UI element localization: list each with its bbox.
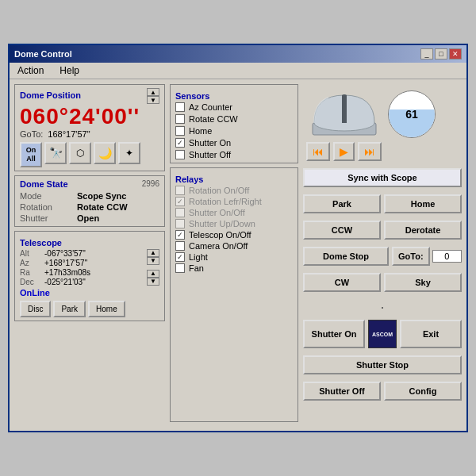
goto-input-field[interactable] <box>432 250 462 263</box>
park-home-row: Park Home <box>303 194 462 213</box>
cw-button[interactable]: CW <box>303 273 381 292</box>
tele-up2-arrow[interactable]: ▲ <box>147 270 159 278</box>
goto-button[interactable]: GoTo: <box>392 247 430 266</box>
ascom-logo: ASCOM <box>368 320 397 348</box>
dome-position-group: Dome Position ▲ ▼ 060°24'00'' GoTo: 168°… <box>14 84 165 171</box>
dome-position-up[interactable]: ▲ <box>147 88 159 96</box>
menu-action[interactable]: Action <box>14 64 47 77</box>
relays-list: Rotation On/Off Rotation Lefr/Right Shut… <box>175 186 293 273</box>
ccw-button[interactable]: CCW <box>303 221 381 240</box>
dome-playback-controls: ⏮ ▶ ⏭ <box>306 142 382 161</box>
goto-container: GoTo: <box>392 247 462 266</box>
ra-key: Ra <box>20 268 44 277</box>
sensor-rotate-ccw: Rotate CCW <box>175 114 293 124</box>
relay-rotation-lr: Rotation Lefr/Right <box>175 197 293 206</box>
exit-button[interactable]: Exit <box>400 320 462 348</box>
shutter-on-button[interactable]: Shutter On <box>303 320 365 348</box>
diamond-icon-btn[interactable]: ⬡ <box>69 142 91 164</box>
sensor-home: Home <box>175 126 293 136</box>
rotate-ccw-label: Rotate CCW <box>189 114 238 124</box>
dome-state-group: Dome State 2996 Mode Scope Sync Rotation… <box>14 175 165 227</box>
relay-shutter-updown: Shutter Up/Down <box>175 219 293 228</box>
gauge-value: 61 <box>405 108 418 121</box>
home-label: Home <box>189 126 212 136</box>
ccw-derotate-row: CCW Derotate <box>303 221 462 240</box>
config-button[interactable]: Config <box>384 382 462 401</box>
shutter-on-checkbox[interactable] <box>175 138 185 148</box>
window-controls: _ □ ✕ <box>420 48 462 60</box>
dome-position-down[interactable]: ▼ <box>147 96 159 104</box>
maximize-button[interactable]: □ <box>435 48 447 60</box>
sensors-list: Az Counter Rotate CCW Home Shutter On <box>175 102 293 159</box>
shutter-on-label: Shutter On <box>189 138 231 148</box>
dome-state-grid: Mode Scope Sync Rotation Rotate CCW Shut… <box>20 191 159 223</box>
shutter-onoff-label: Shutter On/Off <box>189 208 245 217</box>
goto-label: GoTo: <box>20 129 43 139</box>
relay-telescop-onoff: Telescop On/Off <box>175 230 293 240</box>
minimize-button[interactable]: _ <box>420 48 433 60</box>
rotation-value: Rotate CCW <box>77 202 159 212</box>
shutter-off-button[interactable]: Shutter Off <box>303 382 381 401</box>
fan-label: Fan <box>189 263 204 273</box>
az-counter-label: Az Counter <box>189 102 232 112</box>
relays-label: Relays <box>175 175 203 184</box>
az-counter-checkbox[interactable] <box>175 102 185 112</box>
relays-group: Relays Rotation On/Off Rotation Lefr/Rig… <box>170 167 298 422</box>
relay-fan: Fan <box>175 263 293 273</box>
dome-state-label: Dome State <box>20 179 68 189</box>
sun-icon-btn[interactable]: 🌙 <box>94 142 116 164</box>
sky-button[interactable]: Sky <box>384 273 462 292</box>
telescope-buttons: Disc Park Home <box>20 301 159 317</box>
dome-gauge: 61 <box>388 90 436 138</box>
rewind-button[interactable]: ⏮ <box>306 142 330 161</box>
telescop-onoff-checkbox[interactable] <box>175 230 185 240</box>
rotate-ccw-checkbox[interactable] <box>175 114 185 124</box>
sync-scope-button[interactable]: Sync with Scope <box>303 168 462 187</box>
close-button[interactable]: ✕ <box>449 48 462 60</box>
forward-button[interactable]: ⏭ <box>358 142 382 161</box>
separator-dot: · <box>303 299 462 316</box>
ascom-label: ASCOM <box>372 332 393 337</box>
tele-down-arrow[interactable]: ▼ <box>147 257 159 265</box>
home-checkbox[interactable] <box>175 126 185 136</box>
dec-key: Dec <box>20 278 44 286</box>
shutter-off-checkbox[interactable] <box>175 150 185 159</box>
telescope-icon-btn[interactable]: 🔭 <box>44 142 67 164</box>
main-content: Dome Position ▲ ▼ 060°24'00'' GoTo: 168°… <box>10 79 466 427</box>
shutter-stop-row: Shutter Stop <box>303 355 462 374</box>
play-button[interactable]: ▶ <box>333 142 355 161</box>
dome-state-counter: 2996 <box>142 179 159 191</box>
disc-button[interactable]: Disc <box>20 301 51 317</box>
rotation-onoff-label: Rotation On/Off <box>189 186 249 195</box>
home-tele-button[interactable]: Home <box>88 301 125 317</box>
light-checkbox[interactable] <box>175 252 185 262</box>
home-button[interactable]: Home <box>384 194 462 213</box>
park-button[interactable]: Park <box>303 194 381 213</box>
shutter-stop-button[interactable]: Shutter Stop <box>303 355 462 374</box>
on-all-button[interactable]: OnAll <box>20 142 42 167</box>
main-window: Dome Control _ □ ✕ Action Help Dome Posi… <box>8 44 468 432</box>
star-icon-btn[interactable]: ✦ <box>118 142 140 164</box>
camera-onoff-label: Camera On/Off <box>189 241 248 251</box>
rotation-onoff-checkbox[interactable] <box>175 186 185 195</box>
rotation-lr-checkbox[interactable] <box>175 197 185 206</box>
fan-checkbox[interactable] <box>175 263 185 273</box>
tele-down2-arrow[interactable]: ▼ <box>147 278 159 286</box>
park-tele-button[interactable]: Park <box>53 301 86 317</box>
dome-stop-button[interactable]: Dome Stop <box>303 247 389 266</box>
shutter-off-label: Shutter Off <box>189 150 231 159</box>
window-title: Dome Control <box>14 49 72 59</box>
menu-help[interactable]: Help <box>56 64 83 77</box>
derotate-button[interactable]: Derotate <box>384 221 462 240</box>
az-key: Az <box>20 259 44 267</box>
menu-bar: Action Help <box>10 63 466 79</box>
shutter-onoff-checkbox[interactable] <box>175 208 185 217</box>
camera-onoff-checkbox[interactable] <box>175 241 185 251</box>
sensor-az-counter: Az Counter <box>175 102 293 112</box>
tele-up-arrow[interactable]: ▲ <box>147 249 159 257</box>
shutter-off-config-row: Shutter Off Config <box>303 382 462 401</box>
on-all-buttons-row: OnAll 🔭 ⬡ 🌙 ✦ <box>20 142 159 167</box>
title-bar: Dome Control _ □ ✕ <box>10 45 466 63</box>
shutter-updown-checkbox[interactable] <box>175 219 185 228</box>
ra-value: +17h33m08s <box>44 268 144 277</box>
